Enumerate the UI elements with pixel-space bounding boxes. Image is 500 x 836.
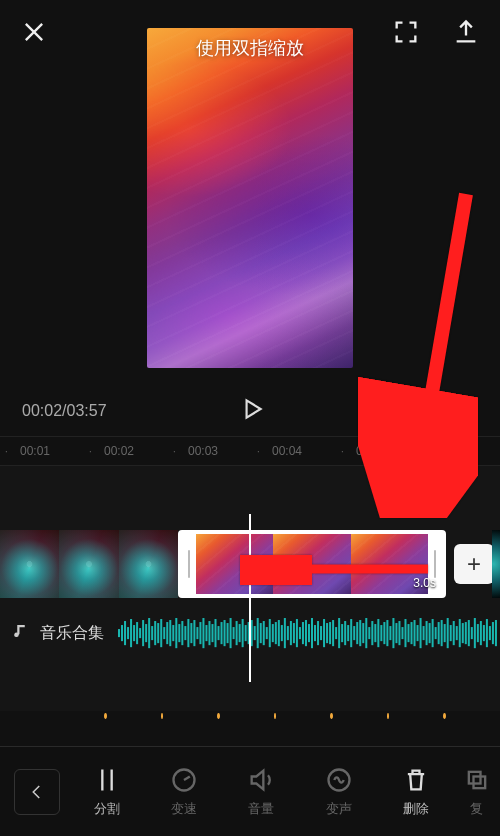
video-clip[interactable] [492, 530, 500, 598]
svg-rect-31 [211, 624, 213, 642]
ruler-tick: 00:0 [352, 444, 436, 458]
svg-rect-82 [365, 618, 367, 648]
svg-rect-122 [486, 619, 488, 647]
svg-rect-30 [208, 621, 210, 645]
svg-rect-47 [260, 623, 262, 643]
redo-button[interactable] [452, 399, 478, 423]
tool-delete[interactable]: 删除 [383, 766, 449, 818]
svg-rect-39 [236, 621, 238, 645]
svg-rect-7 [139, 628, 141, 638]
playhead[interactable] [249, 514, 251, 682]
svg-rect-45 [254, 626, 256, 640]
svg-rect-85 [374, 624, 376, 642]
svg-rect-26 [196, 627, 198, 639]
svg-rect-3 [127, 627, 129, 639]
undo-button[interactable] [398, 399, 424, 423]
svg-rect-113 [459, 619, 461, 647]
svg-rect-32 [214, 619, 216, 647]
svg-rect-10 [148, 618, 150, 648]
tool-volume[interactable]: 音量 [228, 766, 294, 818]
svg-rect-106 [438, 622, 440, 644]
svg-rect-96 [407, 624, 409, 642]
svg-rect-56 [287, 626, 289, 640]
svg-rect-42 [245, 625, 247, 641]
svg-rect-36 [227, 623, 229, 643]
timeline[interactable]: 3.0s + 音乐合集 [0, 466, 500, 711]
svg-rect-2 [124, 621, 126, 645]
tool-split[interactable]: 分割 [74, 766, 140, 818]
svg-rect-15 [163, 627, 165, 639]
svg-rect-88 [383, 622, 385, 644]
ruler-tick: 00:02 [100, 444, 184, 458]
svg-rect-6 [136, 622, 138, 644]
back-button[interactable] [14, 769, 60, 815]
svg-rect-51 [272, 624, 274, 642]
audio-waveform[interactable] [118, 615, 500, 651]
svg-rect-17 [169, 620, 171, 646]
svg-rect-68 [323, 619, 325, 647]
svg-rect-98 [414, 620, 416, 646]
svg-rect-79 [356, 622, 358, 644]
svg-rect-21 [181, 621, 183, 645]
svg-rect-74 [341, 624, 343, 642]
trim-handle-left[interactable] [182, 534, 196, 594]
svg-rect-105 [435, 627, 437, 639]
fullscreen-icon[interactable] [392, 18, 420, 46]
svg-rect-92 [395, 623, 397, 643]
svg-rect-102 [426, 621, 428, 645]
svg-rect-80 [359, 620, 361, 646]
ruler-tick: 00:04 [268, 444, 352, 458]
time-ruler[interactable]: 00:01 00:02 00:03 00:04 00:0 [0, 436, 500, 466]
svg-rect-83 [368, 627, 370, 639]
svg-rect-5 [133, 625, 135, 641]
svg-rect-77 [350, 619, 352, 647]
video-clip[interactable] [0, 530, 178, 598]
svg-rect-75 [344, 621, 346, 645]
svg-rect-18 [172, 625, 174, 641]
svg-rect-117 [471, 627, 473, 639]
svg-rect-104 [432, 619, 434, 647]
svg-rect-9 [145, 624, 147, 642]
svg-rect-91 [392, 618, 394, 648]
svg-rect-28 [202, 618, 204, 648]
svg-rect-24 [190, 623, 192, 643]
svg-rect-70 [329, 622, 331, 644]
svg-rect-35 [224, 620, 226, 646]
ruler-tick: 00:03 [184, 444, 268, 458]
play-button[interactable] [239, 408, 265, 425]
svg-rect-78 [353, 626, 355, 640]
svg-rect-62 [305, 620, 307, 646]
export-icon[interactable] [452, 18, 480, 46]
close-icon[interactable] [20, 18, 48, 46]
pinch-hint: 使用双指缩放 [147, 36, 353, 60]
svg-rect-86 [377, 619, 379, 647]
svg-rect-124 [492, 622, 494, 644]
svg-rect-34 [221, 622, 223, 644]
tool-restore[interactable]: 复 [460, 766, 494, 818]
svg-rect-100 [420, 618, 422, 648]
audio-track-label[interactable]: 音乐合集 [40, 623, 104, 644]
svg-rect-60 [299, 627, 301, 639]
tool-speed[interactable]: 变速 [151, 766, 217, 818]
svg-rect-109 [447, 618, 449, 648]
add-clip-button[interactable]: + [454, 544, 494, 584]
svg-rect-67 [320, 626, 322, 640]
svg-rect-25 [193, 620, 195, 646]
svg-rect-81 [362, 623, 364, 643]
clip-duration: 3.0s [413, 576, 436, 590]
video-preview[interactable]: 使用双指缩放 [147, 28, 353, 368]
tool-voice[interactable]: 变声 [306, 766, 372, 818]
svg-rect-121 [483, 625, 485, 641]
svg-rect-99 [417, 625, 419, 641]
selected-clip[interactable]: 3.0s [178, 530, 446, 598]
svg-rect-4 [130, 619, 132, 647]
svg-rect-46 [257, 618, 259, 648]
svg-rect-90 [389, 626, 391, 640]
svg-rect-12 [154, 621, 156, 645]
svg-rect-50 [269, 619, 271, 647]
svg-rect-59 [296, 619, 298, 647]
svg-rect-111 [453, 621, 455, 645]
svg-rect-54 [281, 625, 283, 641]
svg-rect-41 [242, 619, 244, 647]
svg-rect-84 [371, 621, 373, 645]
